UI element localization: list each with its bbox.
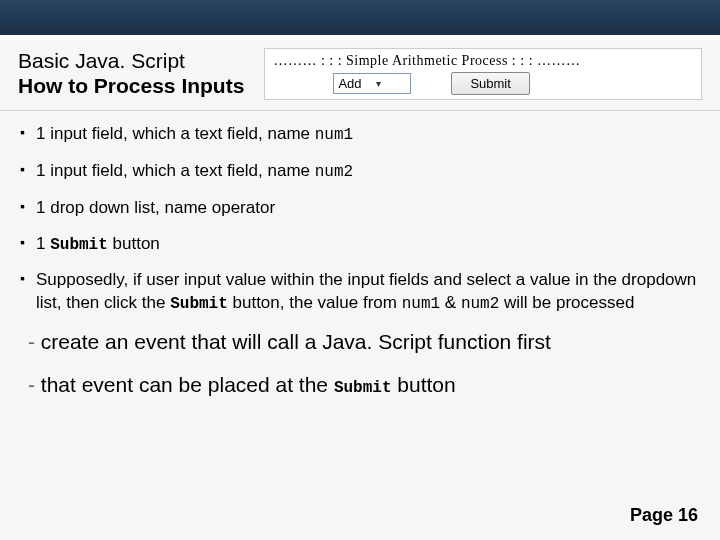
- top-color-bar: [0, 0, 720, 40]
- page-number: Page 16: [630, 505, 698, 526]
- sub-bullet-item: - that event can be placed at the Submit…: [18, 371, 702, 400]
- dash-icon: -: [28, 373, 41, 396]
- inset-caption: ……… : : : Simple Arithmetic Process : : …: [273, 53, 693, 69]
- bullet-item: 1 drop down list, name operator: [18, 197, 702, 219]
- header-row: Basic Java. Script How to Process Inputs…: [0, 40, 720, 111]
- slide-title: Basic Java. Script How to Process Inputs: [18, 48, 244, 98]
- bullet-item: 1 input field, which a text field, name …: [18, 123, 702, 146]
- inset-controls: Add ▾ Submit: [273, 72, 693, 95]
- operator-dropdown[interactable]: Add ▾: [333, 73, 411, 94]
- bullet-item: 1 input field, which a text field, name …: [18, 160, 702, 183]
- dropdown-value: Add: [338, 76, 361, 91]
- bullet-item: 1 Submit button: [18, 233, 702, 256]
- content-area: 1 input field, which a text field, name …: [0, 111, 720, 399]
- title-line2: How to Process Inputs: [18, 73, 244, 98]
- title-line1: Basic Java. Script: [18, 48, 244, 73]
- submit-button[interactable]: Submit: [451, 72, 529, 95]
- bullet-list: 1 input field, which a text field, name …: [18, 123, 702, 314]
- sub-bullet-item: - create an event that will call a Java.…: [18, 328, 702, 356]
- dash-icon: -: [28, 330, 41, 353]
- screenshot-inset: ……… : : : Simple Arithmetic Process : : …: [264, 48, 702, 100]
- chevron-down-icon: ▾: [376, 78, 381, 89]
- bullet-paragraph: Supposedly, if user input value within t…: [18, 269, 702, 314]
- sub-bullet-list: - create an event that will call a Java.…: [18, 328, 702, 399]
